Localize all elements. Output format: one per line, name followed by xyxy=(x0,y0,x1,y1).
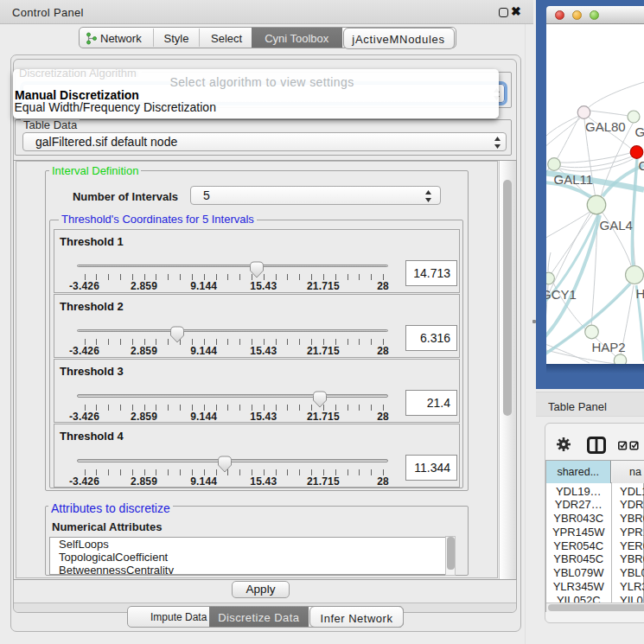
svg-text:C: C xyxy=(639,158,644,173)
svg-text:GA: GA xyxy=(635,124,644,139)
svg-text:GCY1: GCY1 xyxy=(546,287,577,302)
svg-text:H: H xyxy=(636,286,644,301)
svg-text:HAP2: HAP2 xyxy=(592,340,626,354)
svg-text:GAL80: GAL80 xyxy=(585,119,626,134)
svg-text:GAL4: GAL4 xyxy=(600,218,633,233)
svg-text:GAL11: GAL11 xyxy=(554,172,594,187)
